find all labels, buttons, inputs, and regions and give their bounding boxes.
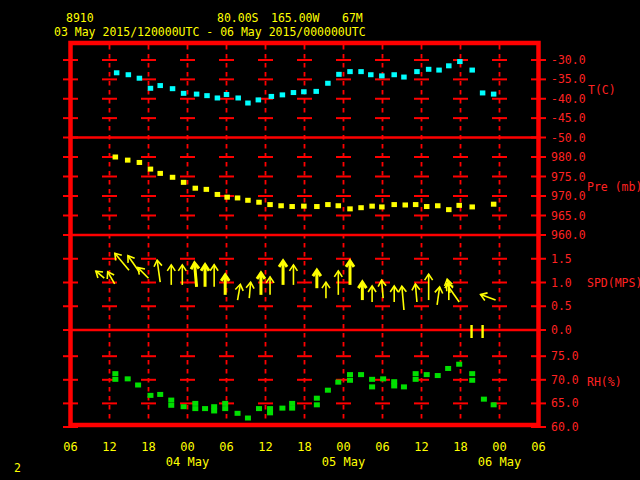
humidity-point [445, 366, 451, 371]
temperature-point [235, 95, 241, 100]
humidity-point [157, 392, 163, 397]
humidity-point [413, 377, 419, 382]
temperature-point [347, 69, 353, 74]
y-tick-label: -30.0 [551, 53, 586, 67]
humidity-point [347, 372, 353, 377]
wind-arrow [153, 260, 164, 283]
pressure-point [301, 204, 307, 209]
wind-arrow [257, 273, 265, 295]
humidity-point [481, 397, 487, 402]
temperature-point [148, 86, 154, 91]
pressure-point [170, 175, 176, 180]
wind-arrow [390, 286, 398, 302]
temperature-point [379, 73, 385, 78]
humidity-point [222, 401, 228, 406]
x-tick-label: 18 [141, 440, 155, 454]
meteogram-screen: 8910 80.00S 165.00W 67M 03 May 2015/1200… [0, 0, 640, 480]
humidity-point [112, 371, 118, 376]
y-tick-label: 975.0 [551, 170, 586, 184]
wind-arrow [245, 282, 254, 299]
wind-arrow [279, 261, 287, 285]
humidity-point [369, 384, 375, 389]
pressure-point [347, 206, 353, 211]
y-tick-label: -35.0 [551, 72, 586, 86]
humidity-point [401, 384, 407, 389]
humidity-point [256, 406, 262, 411]
pressure-point [157, 171, 163, 176]
temperature-point [280, 92, 286, 97]
y-tick-label: 75.0 [551, 349, 579, 363]
humidity-point [267, 410, 273, 415]
wind-arrow [433, 286, 443, 305]
y-tick-label: 60.0 [551, 420, 579, 434]
pressure-unit-label: Pre (mb) [587, 181, 640, 194]
wind-arrow [125, 253, 143, 274]
x-date-label: 06 May [478, 455, 521, 469]
pressure-point [215, 192, 221, 197]
humidity-point [435, 373, 441, 378]
wind-arrow [221, 275, 229, 295]
wind-arrow [411, 284, 421, 303]
pressure-point [137, 160, 143, 165]
humidity-point [245, 416, 251, 421]
humidity-point [235, 411, 241, 416]
temperature-point [391, 72, 397, 77]
pressure-point [391, 202, 397, 207]
humidity-point [325, 388, 331, 393]
y-tick-label: -50.0 [551, 131, 586, 145]
wind-unit-label: SPD(MPS) [587, 277, 640, 290]
temperature-point [114, 70, 120, 75]
temperature-point [301, 89, 307, 94]
humidity-point [469, 378, 475, 383]
temperature-point [457, 59, 463, 64]
wind-arrow [234, 284, 245, 301]
humidity-point [168, 403, 174, 408]
pressure-point [491, 202, 497, 207]
temperature-point [126, 72, 132, 77]
humidity-point [289, 401, 295, 406]
y-tick-label: 70.0 [551, 373, 579, 387]
humidity-point [168, 398, 174, 403]
wind-arrow [289, 265, 297, 285]
wind-arrow [167, 265, 175, 285]
pressure-point [235, 195, 241, 200]
humidity-point [347, 378, 353, 383]
temperature-point [446, 63, 452, 68]
pressure-point [446, 207, 452, 212]
temperature-point [137, 76, 143, 81]
y-tick-label: 0.5 [551, 299, 572, 313]
pressure-point [435, 203, 441, 208]
wind-arrow [313, 270, 321, 288]
humidity-point [413, 371, 419, 376]
wind-missing-marker [481, 325, 483, 338]
temperature-point [157, 83, 163, 88]
pressure-point [358, 205, 364, 210]
y-tick-label: 65.0 [551, 396, 579, 410]
humidity-point [314, 402, 320, 407]
meteogram-plot: -30.0-35.0-40.0-45.0-50.0980.0975.0970.0… [0, 0, 640, 480]
wind-arrow [358, 282, 366, 300]
wind-arrow [266, 277, 274, 295]
humidity-point [279, 406, 285, 411]
humidity-point [314, 396, 320, 401]
humidity-point [369, 377, 375, 382]
pressure-point [278, 203, 284, 208]
x-tick-label: 18 [297, 440, 311, 454]
temperature-point [368, 72, 374, 77]
wind-arrow [93, 268, 107, 281]
x-tick-label: 00 [492, 440, 506, 454]
temperature-point [336, 72, 342, 77]
humidity-point [202, 406, 208, 411]
pressure-point [413, 202, 419, 207]
temperature-point [256, 97, 262, 102]
x-tick-label: 18 [453, 440, 467, 454]
temperature-point [313, 89, 319, 94]
humidity-point [147, 393, 153, 398]
y-tick-label: 0.0 [551, 323, 572, 337]
temperature-point [215, 95, 221, 100]
pressure-point [314, 204, 320, 209]
x-tick-label: 12 [258, 440, 272, 454]
temperature-point [426, 67, 432, 72]
x-tick-label: 06 [531, 440, 545, 454]
humidity-point [424, 372, 430, 377]
